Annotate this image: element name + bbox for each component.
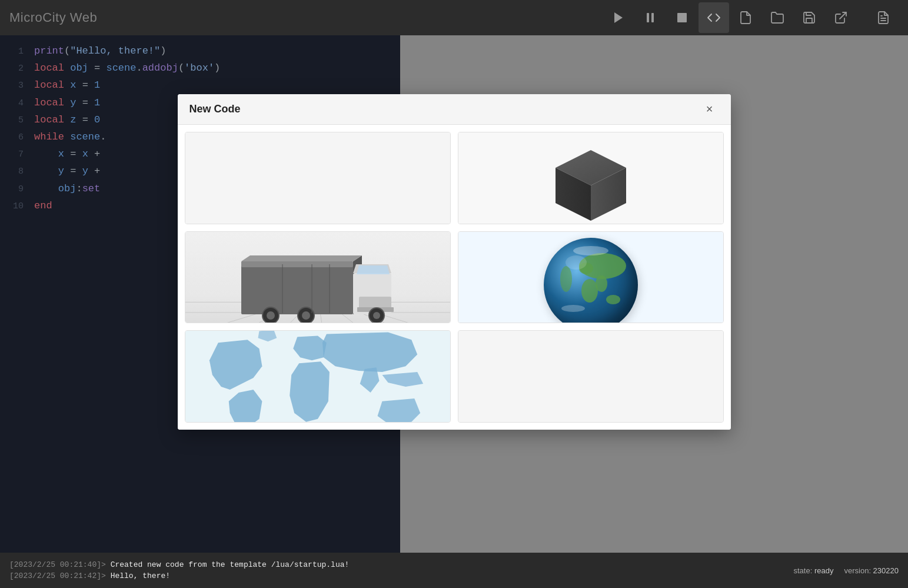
svg-rect-22	[241, 261, 353, 314]
worldmap-svg	[195, 331, 441, 423]
svg-rect-23	[241, 261, 353, 267]
svg-point-34	[302, 311, 310, 320]
modal-body	[178, 125, 731, 430]
template-card-extra[interactable]	[458, 330, 724, 423]
box-preview	[544, 138, 638, 224]
modal-overlay: New Code ×	[0, 0, 908, 553]
status-line-1: [2023/2/25 00:21:40]> Created new code f…	[9, 559, 899, 571]
svg-point-32	[267, 311, 275, 320]
template-card-truck[interactable]	[185, 231, 451, 324]
svg-point-42	[581, 279, 598, 303]
truck-svg	[235, 238, 400, 324]
svg-point-44	[606, 295, 620, 304]
modal-header: New Code ×	[178, 94, 731, 125]
modal-title: New Code	[189, 103, 700, 115]
status-right: state: ready version: 230220	[793, 566, 899, 575]
svg-point-45	[560, 266, 572, 292]
svg-point-36	[373, 312, 380, 319]
template-card-worldmap[interactable]	[185, 330, 451, 423]
svg-point-46	[573, 246, 608, 255]
svg-point-47	[561, 305, 585, 312]
status-line-2: [2023/2/25 00:21:42]> Hello, there!	[9, 570, 899, 582]
new-code-modal: New Code ×	[178, 94, 731, 430]
svg-point-48	[566, 255, 587, 270]
template-card-empty[interactable]	[185, 132, 451, 224]
earth-preview	[544, 238, 638, 324]
template-card-box[interactable]	[458, 132, 724, 224]
svg-marker-28	[357, 265, 390, 274]
svg-rect-29	[359, 297, 391, 308]
modal-close-button[interactable]: ×	[700, 100, 719, 119]
svg-marker-25	[241, 255, 362, 261]
statusbar: [2023/2/25 00:21:40]> Created new code f…	[0, 553, 908, 588]
template-card-earth[interactable]	[458, 231, 724, 324]
